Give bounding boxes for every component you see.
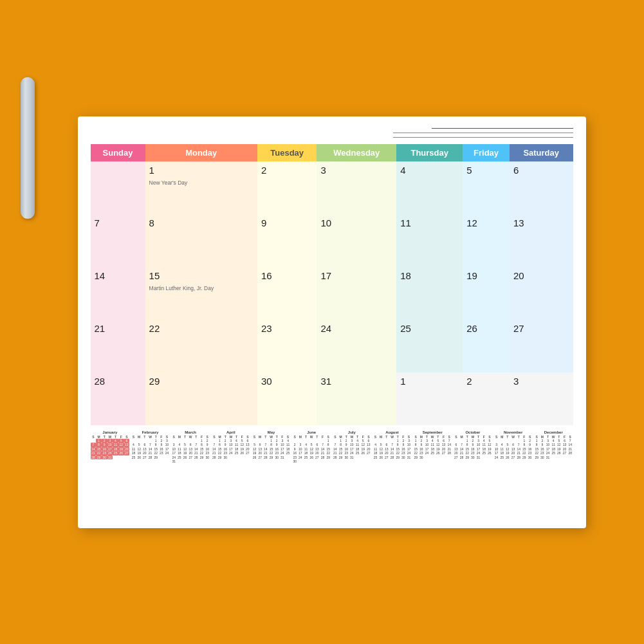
mini-day: 28 — [333, 455, 338, 460]
mini-day: 25 — [481, 451, 487, 455]
mini-day: 30 — [344, 455, 349, 460]
mini-day: 25 — [234, 451, 239, 455]
mini-day: 26 — [252, 455, 257, 460]
mini-day: 9 — [102, 443, 107, 447]
header-wednesday: Wednesday — [317, 144, 396, 161]
table-row: 2 — [463, 373, 510, 425]
mini-day: 30 — [419, 455, 425, 460]
mini-day: 29 — [522, 455, 528, 460]
mini-day: 26 — [118, 451, 124, 455]
day-number: 28 — [95, 376, 142, 387]
mini-day: 29 — [153, 455, 159, 460]
mini-month-name: December — [544, 430, 563, 434]
table-row: 29 — [145, 373, 257, 425]
day-number: 30 — [261, 376, 313, 387]
mini-day: 27 — [510, 455, 516, 460]
mini-day: 28 — [320, 455, 326, 460]
table-row: 23 — [257, 320, 317, 373]
mini-day: 25 — [551, 451, 557, 455]
mini-month-may: MaySMTWTFS123456789101112131415161718192… — [252, 430, 291, 464]
mini-month-name: January — [102, 430, 117, 434]
mini-day: 27 — [441, 451, 446, 455]
mini-day: 27 — [315, 455, 320, 460]
table-row: 6 — [510, 161, 573, 214]
mini-day: 28 — [194, 455, 199, 460]
mini-month-grid: SMTWTFS123456789101112131415161718192021… — [91, 435, 130, 460]
day-number: 27 — [513, 323, 569, 334]
day-number: 13 — [513, 217, 569, 228]
mini-day-header: T — [102, 435, 107, 439]
day-number: 1 — [149, 165, 253, 176]
mini-day: 27 — [257, 455, 263, 460]
day-number: 18 — [400, 270, 459, 281]
day-number: 3 — [513, 376, 569, 387]
mini-day: 26 — [487, 451, 493, 455]
mini-day: 28 — [389, 455, 395, 460]
day-number: 4 — [400, 165, 459, 176]
mini-month-june: JuneSMTWTFS12345678910111213141516171819… — [292, 430, 331, 464]
mini-day: 22 — [96, 451, 102, 455]
mini-month-name: October — [465, 430, 480, 434]
mini-month-name: August — [385, 430, 399, 434]
mini-day: 28 — [567, 451, 573, 455]
day-number: 1 — [400, 376, 459, 387]
mini-month-august: AugustSMTWTFS123456789101112131415161718… — [373, 430, 412, 464]
table-row: 20 — [510, 267, 573, 320]
day-number: 22 — [149, 323, 253, 334]
mini-month-february: FebruarySMTWTFS1234567891011121314151617… — [131, 430, 170, 464]
table-row: 10 — [317, 214, 396, 267]
mini-day: 28 — [212, 455, 217, 460]
mini-day: 27 — [188, 455, 194, 460]
table-row: 30 — [257, 373, 317, 425]
table-row: 13 — [510, 214, 573, 267]
table-row: 24 — [317, 320, 396, 373]
table-row: 18 — [396, 267, 463, 320]
table-row: 17 — [317, 267, 396, 320]
mini-day: 25 — [373, 455, 378, 460]
mini-day: 8 — [96, 443, 102, 447]
table-row: 21 — [91, 320, 145, 373]
day-number: 21 — [95, 323, 142, 334]
day-number: 10 — [320, 217, 392, 228]
mini-day: 24 — [424, 451, 430, 455]
mini-day: 30 — [401, 455, 407, 460]
mini-day: 26 — [360, 451, 366, 455]
table-row: 31 — [317, 373, 396, 425]
table-row — [91, 161, 145, 214]
table-row: 3 — [317, 161, 396, 214]
day-number: 14 — [95, 270, 142, 281]
notes-line-3 — [393, 137, 573, 138]
day-note: New Year's Day — [149, 179, 188, 186]
mini-day: 10 — [107, 443, 113, 447]
mini-day: 21 — [91, 451, 97, 455]
mini-day: 29 — [534, 455, 540, 460]
day-number: 2 — [466, 376, 506, 387]
mini-day: 25 — [113, 451, 118, 455]
mini-month-grid: SMTWTFS123456789101112131415161718192021… — [373, 435, 412, 460]
day-number: 19 — [466, 270, 506, 281]
header-sunday: Sunday — [91, 144, 145, 161]
mini-day: 25 — [131, 455, 136, 460]
table-row: 12 — [463, 214, 510, 267]
header-thursday: Thursday — [396, 144, 463, 161]
mini-month-name: July — [348, 430, 356, 434]
mini-day: 31 — [171, 459, 177, 464]
mini-month-grid: SMTWTFS123456789101112131415161718192021… — [493, 435, 533, 460]
mini-day: 24 — [298, 455, 304, 460]
mini-day-header: F — [118, 435, 124, 439]
mini-day: 27 — [366, 451, 372, 455]
mini-day-header: S — [124, 435, 130, 439]
day-number: 23 — [261, 323, 313, 334]
mini-month-grid: SMTWTFS123456789101112131415161718192021… — [333, 435, 372, 460]
table-row: 22 — [145, 320, 257, 373]
day-number: 3 — [320, 165, 392, 176]
mini-month-name: September — [423, 430, 443, 434]
mini-day: 29 — [465, 455, 470, 460]
day-number: 2 — [261, 165, 313, 176]
mini-day: 25 — [285, 451, 291, 455]
table-row: 1New Year's Day — [145, 161, 257, 214]
mini-day: 30 — [540, 455, 546, 460]
mini-month-april: AprilSMTWTFS1234567891011121314151617181… — [212, 430, 251, 464]
day-number: 12 — [466, 217, 506, 228]
mini-day: 31 — [545, 455, 551, 460]
